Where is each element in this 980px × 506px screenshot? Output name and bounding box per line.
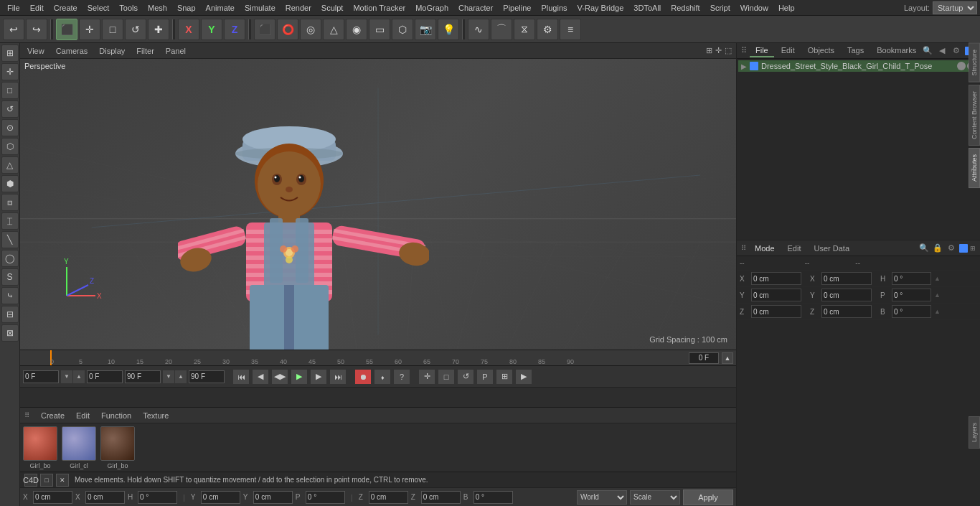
transform-button[interactable]: ✛: [418, 369, 435, 385]
attr-x-size-input[interactable]: [821, 272, 872, 285]
menu-item-redshift[interactable]: Redshift: [666, 2, 704, 14]
material-menu-texture[interactable]: Texture: [140, 410, 171, 421]
attr-z-size-input[interactable]: [821, 305, 872, 318]
sphere-button[interactable]: ⭕: [277, 19, 298, 40]
tags-tab[interactable]: Tags: [842, 44, 870, 57]
record-button[interactable]: ⏺: [354, 369, 372, 385]
current-frame-input[interactable]: [689, 352, 719, 364]
x2-input[interactable]: [85, 491, 125, 504]
x-input[interactable]: [33, 491, 72, 504]
attr-search-icon[interactable]: 🔍: [918, 243, 930, 254]
menu-item-simulate[interactable]: Simulate: [240, 2, 280, 14]
transform-tool-button[interactable]: ✚: [148, 19, 169, 40]
render-preview-button[interactable]: ▶: [515, 369, 532, 385]
viewport-menu-filter[interactable]: Filter: [133, 45, 156, 57]
attr-tab-userdata[interactable]: User Data: [809, 243, 856, 254]
attr-settings-icon[interactable]: ⚙: [946, 243, 957, 254]
menu-item-script[interactable]: Script: [706, 2, 735, 14]
preview-end-input[interactable]: [189, 370, 225, 383]
material-item-0[interactable]: Girl_bo: [23, 426, 57, 469]
cylinder-button[interactable]: ◎: [300, 19, 321, 40]
viewport-menu-cameras[interactable]: Cameras: [53, 45, 91, 57]
spline-button[interactable]: ∿: [468, 19, 489, 40]
menu-item-create[interactable]: Create: [50, 2, 82, 14]
ik-button[interactable]: ↺: [457, 369, 474, 385]
attr-tab-mode[interactable]: Mode: [749, 243, 781, 254]
obj-settings-icon[interactable]: ⚙: [951, 45, 962, 57]
z-input[interactable]: [369, 491, 408, 504]
menu-item-file[interactable]: File: [3, 2, 24, 14]
start-up-button[interactable]: ▲: [73, 370, 85, 383]
left-tool-8[interactable]: ⬢: [1, 175, 19, 192]
cone-button[interactable]: △: [323, 19, 344, 40]
help-button[interactable]: ?: [393, 369, 410, 385]
redo-button[interactable]: ↪: [26, 19, 47, 40]
material-menu-function[interactable]: Function: [98, 410, 134, 421]
end-down-button[interactable]: ▼: [163, 370, 174, 383]
snap-button[interactable]: □: [438, 369, 455, 385]
goto-start-button[interactable]: ⏮: [232, 369, 250, 385]
y2-input[interactable]: [253, 491, 293, 504]
menu-item-vray[interactable]: V-Ray Bridge: [573, 2, 628, 14]
attributes-side-tab[interactable]: Attributes: [969, 148, 980, 188]
key-button[interactable]: ⬧: [374, 369, 391, 385]
status-icon-2[interactable]: □: [40, 474, 53, 487]
menu-item-help[interactable]: Help: [774, 2, 799, 14]
menu-item-select[interactable]: Select: [83, 2, 114, 14]
left-tool-7[interactable]: △: [1, 156, 19, 174]
menu-item-plugins[interactable]: Plugins: [537, 2, 571, 14]
left-tool-12[interactable]: ◯: [1, 250, 19, 267]
edit-tab[interactable]: Edit: [776, 44, 801, 57]
menu-item-window[interactable]: Window: [736, 2, 773, 14]
menu-item-tools[interactable]: Tools: [115, 2, 142, 14]
y-input[interactable]: [201, 491, 240, 504]
menu-item-sculpt[interactable]: Sculpt: [317, 2, 348, 14]
material-menu-create[interactable]: Create: [38, 410, 67, 421]
menu-item-mesh[interactable]: Mesh: [143, 2, 171, 14]
left-tool-15[interactable]: ⊟: [1, 306, 19, 323]
preview-start-input[interactable]: [87, 370, 123, 383]
menu-item-character[interactable]: Character: [454, 2, 497, 14]
objects-tab[interactable]: Objects: [802, 44, 840, 57]
viewport-icon-3[interactable]: ⬚: [725, 46, 732, 55]
undo-button[interactable]: ↩: [3, 19, 24, 40]
viewport-container[interactable]: View Cameras Display Filter Panel ⊞ ✛ ⬚: [20, 43, 736, 350]
generator-button[interactable]: ⚙: [537, 19, 558, 40]
menu-item-motion-tracker[interactable]: Motion Tracker: [349, 2, 410, 14]
deformer-button[interactable]: ⧖: [514, 19, 535, 40]
content-browser-tab[interactable]: Content Browser: [969, 85, 980, 146]
left-tool-5[interactable]: ⊙: [1, 119, 19, 136]
menu-item-pipeline[interactable]: Pipeline: [499, 2, 535, 14]
menu-item-snap[interactable]: Snap: [173, 2, 200, 14]
left-tool-16[interactable]: ⊠: [1, 324, 19, 342]
p-input[interactable]: [306, 491, 345, 504]
material-item-2[interactable]: Girl_bo: [100, 426, 135, 469]
object-item-main[interactable]: ▶ Dressed_Street_Style_Black_Girl_Child_…: [738, 60, 979, 72]
z-axis-button[interactable]: Z: [224, 19, 245, 40]
camera-button[interactable]: 📷: [415, 19, 436, 40]
attr-z-pos-input[interactable]: [751, 305, 801, 318]
attr-tab-edit[interactable]: Edit: [782, 243, 807, 254]
select-tool-button[interactable]: ⬛: [56, 19, 77, 40]
file-tab[interactable]: File: [750, 44, 774, 57]
attr-lock-icon[interactable]: 🔒: [932, 243, 943, 254]
play-back-button[interactable]: ◀▶: [271, 369, 288, 385]
left-tool-9[interactable]: ⧈: [1, 194, 19, 211]
y-axis-button[interactable]: Y: [201, 19, 222, 40]
layers-side-tab[interactable]: Layers: [969, 416, 980, 449]
viewport-icon-1[interactable]: ⊞: [706, 46, 712, 55]
start-frame-input[interactable]: [23, 370, 59, 383]
viewport-menu-panel[interactable]: Panel: [163, 45, 189, 57]
viewport-menu-view[interactable]: View: [24, 45, 47, 57]
rotate-tool-button[interactable]: ↺: [125, 19, 146, 40]
end-frame-input[interactable]: [125, 370, 161, 383]
obj-search-icon[interactable]: 🔍: [922, 45, 933, 57]
b-input[interactable]: [473, 491, 513, 504]
frame-up-button[interactable]: ▲: [722, 352, 733, 364]
attr-y-pos-input[interactable]: [751, 289, 801, 301]
layout-select[interactable]: Startup: [933, 1, 977, 14]
material-menu-edit[interactable]: Edit: [73, 410, 93, 421]
material-item-1[interactable]: Girl_cl: [62, 426, 96, 469]
h-input[interactable]: [138, 491, 177, 504]
attr-x-pos-input[interactable]: [751, 272, 801, 285]
